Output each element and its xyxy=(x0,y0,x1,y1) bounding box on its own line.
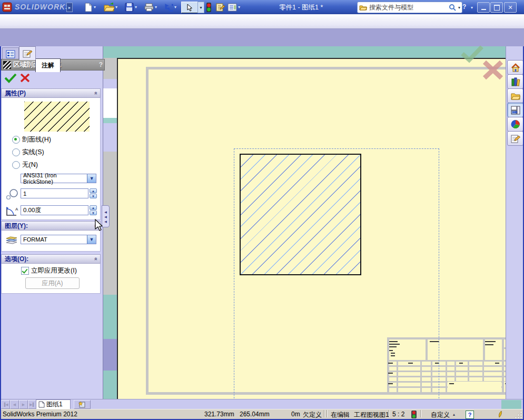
confirm-ok-watermark[interactable] xyxy=(459,44,485,63)
minimize-icon xyxy=(481,9,486,10)
undo-button[interactable]: ▾ xyxy=(164,2,176,13)
collapse-chevron-icon[interactable]: » xyxy=(92,92,98,95)
property-manager-panel: 区域剖面线/填充 ? 属性(P) » 剖面线(H) 实线(S) 无(N) ANS… xyxy=(0,46,103,399)
file-properties-button[interactable] xyxy=(216,2,225,13)
report-options-button[interactable]: ▾ xyxy=(228,2,240,13)
angle-field[interactable]: 0.00度 xyxy=(21,205,88,215)
appearances-button[interactable] xyxy=(507,117,523,132)
open-button[interactable]: ▾ xyxy=(104,2,117,13)
select-tool-dropdown[interactable]: ▾ xyxy=(197,2,204,13)
mouse-cursor xyxy=(95,219,103,232)
sheet-border-top xyxy=(146,67,506,69)
scale-spinner[interactable]: ▲▼ xyxy=(90,188,97,198)
sheet-tab[interactable]: 图纸1 xyxy=(36,399,71,409)
search-dropdown-arrow[interactable]: ▾ xyxy=(458,5,460,10)
dropdown-arrow-icon[interactable]: ▾ xyxy=(94,5,96,9)
open-icon xyxy=(104,3,114,12)
group-header-layer[interactable]: 图层(Y): » xyxy=(1,221,101,231)
appearances-icon xyxy=(511,119,520,129)
radio-none[interactable] xyxy=(12,161,20,169)
status-coord-y: 265.04mm xyxy=(240,411,270,418)
hatched-area[interactable] xyxy=(240,154,361,275)
status-view-scale: 5 : 2 xyxy=(392,411,404,418)
scale-icon xyxy=(6,188,19,200)
status-edit-mode: 在编辑 xyxy=(331,411,350,419)
custom-properties-button[interactable] xyxy=(507,131,523,146)
save-button[interactable]: ▾ xyxy=(125,2,137,13)
radio-solid[interactable] xyxy=(12,148,20,156)
status-edit-target: 工程图视图1 xyxy=(354,411,389,419)
search-input[interactable]: 搜索文件与模型 xyxy=(369,3,447,12)
select-tool-button[interactable] xyxy=(181,2,198,13)
sheet-tab-label: 图纸1 xyxy=(46,400,63,409)
help-dropdown-arrow[interactable]: ▾ xyxy=(471,5,473,10)
undo-icon xyxy=(164,3,173,12)
confirm-cancel-watermark[interactable] xyxy=(481,59,505,81)
group-body-layer: FORMAT ▼ xyxy=(1,231,101,252)
units-dropdown-arrow[interactable]: ▴ xyxy=(453,412,455,417)
status-pen-icon xyxy=(498,411,503,418)
status-traffic-light-icon[interactable] xyxy=(411,411,417,418)
combo-arrow-icon[interactable]: ▼ xyxy=(87,235,96,244)
help-button[interactable]: ? xyxy=(462,3,466,11)
solidworks-window: SOLIDWORKS ▸ ▾ ▾ ▾ ▾ ▾ ▾ ▾ 零件1 - 图纸1 * xyxy=(0,0,524,420)
sheet-icon xyxy=(38,401,45,408)
group-body-properties: 剖面线(H) 实线(S) 无(N) ANSI31 (Iron BrickSton… xyxy=(1,98,101,220)
next-sheet-button[interactable]: ▶ xyxy=(19,400,28,409)
hatch-preview-swatch xyxy=(24,102,90,132)
traffic-light-button[interactable] xyxy=(206,2,211,13)
close-button[interactable]: ✕ xyxy=(504,2,517,13)
scale-field[interactable]: 1 xyxy=(21,188,88,198)
previous-sheet-button[interactable]: ◀ xyxy=(10,400,19,409)
first-sheet-button[interactable]: ▐◀ xyxy=(1,400,10,409)
print-icon xyxy=(144,3,154,12)
pm-help-button[interactable]: ? xyxy=(99,61,103,68)
search-icon[interactable] xyxy=(449,4,456,11)
window-title: 零件1 - 图纸1 * xyxy=(279,3,323,12)
angle-icon: A xyxy=(5,205,19,218)
ok-button[interactable] xyxy=(4,73,17,83)
add-sheet-button[interactable] xyxy=(74,400,91,409)
propertymanager-tab-icon xyxy=(23,49,32,58)
search-box[interactable]: 搜索文件与模型 ▾ xyxy=(357,2,462,13)
commandmanager-band: 视图布局 注解 草图 评估 办公室产品 ▾ ▾ xyxy=(0,29,524,46)
design-library-button[interactable] xyxy=(507,74,523,89)
design-library-icon xyxy=(511,77,520,86)
radio-hatch[interactable] xyxy=(12,136,20,144)
group-header-options[interactable]: 选项(O): » xyxy=(1,254,101,264)
status-units[interactable]: 自定义 xyxy=(431,411,450,419)
close-icon: ✕ xyxy=(508,4,512,11)
new-document-icon xyxy=(84,3,93,12)
combo-arrow-icon[interactable]: ▼ xyxy=(87,174,96,183)
folder-icon xyxy=(359,4,367,11)
minimize-button[interactable] xyxy=(477,2,490,13)
featuremanager-tab[interactable] xyxy=(2,47,19,60)
restore-button[interactable] xyxy=(490,2,503,13)
resize-grip[interactable] xyxy=(513,412,523,418)
print-button[interactable]: ▾ xyxy=(144,2,157,13)
cancel-button[interactable] xyxy=(20,73,30,83)
collapse-chevron-icon[interactable]: » xyxy=(92,257,98,261)
pattern-combo[interactable]: ANSI31 (Iron BrickStone) ▼ xyxy=(21,174,96,183)
add-sheet-icon xyxy=(78,401,86,408)
menu-expand-arrow[interactable]: ▸ xyxy=(66,3,73,12)
apply-changes-checkbox[interactable] xyxy=(21,267,29,275)
apply-button[interactable]: 应用(A) xyxy=(25,277,80,289)
featuremanager-tab-icon xyxy=(6,50,15,58)
select-cursor-icon xyxy=(187,4,193,12)
view-palette-button[interactable] xyxy=(507,103,523,117)
new-document-button[interactable]: ▾ xyxy=(84,2,96,13)
annotation-toolbar: ▾ ABC A AAAAAA ▾ 1 xyxy=(0,14,524,29)
restore-icon xyxy=(494,5,500,11)
task-pane-home-button[interactable] xyxy=(507,60,523,75)
file-explorer-button[interactable] xyxy=(507,88,523,103)
tab-annotation[interactable]: 注解 xyxy=(35,58,61,72)
sheet-border-left xyxy=(146,67,149,395)
layer-combo[interactable]: FORMAT ▼ xyxy=(21,235,96,244)
status-help-button[interactable]: ? xyxy=(466,411,474,419)
angle-spinner[interactable]: ▲▼ xyxy=(90,205,97,215)
group-header-properties[interactable]: 属性(P) » xyxy=(1,88,101,98)
propertymanager-tab[interactable] xyxy=(19,46,36,60)
hatch-title-icon xyxy=(3,61,11,69)
title-bar: SOLIDWORKS ▸ ▾ ▾ ▾ ▾ ▾ ▾ ▾ 零件1 - 图纸1 * xyxy=(0,0,524,14)
